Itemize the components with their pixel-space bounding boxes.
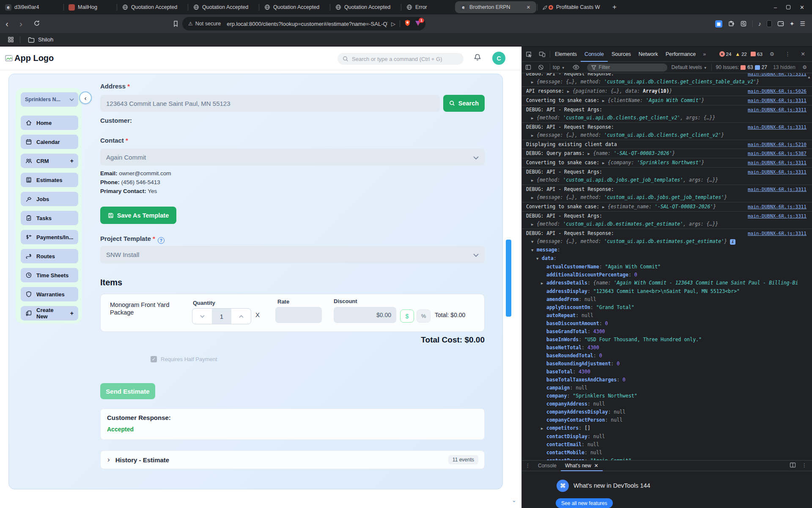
expand-toggle-icon[interactable]: ▶ [541, 425, 546, 432]
contact-select[interactable]: Again Commit [100, 149, 485, 166]
address-bar[interactable]: ⚠ Not secure erp.local:8000/clients?look… [182, 17, 425, 30]
sidebar-item-warranties[interactable]: Warranties [21, 287, 78, 301]
bookmark-folder[interactable]: Shiloh [28, 36, 53, 43]
sidebar-item-tasks[interactable]: Tasks [21, 211, 78, 225]
console-filter-input[interactable]: Filter [587, 64, 667, 72]
quantity-decrease-button[interactable] [192, 309, 212, 324]
discount-percent-button[interactable]: % [417, 309, 431, 323]
source-link[interactable]: main-DUBNX-6R.js:3311 [748, 73, 807, 77]
console-sidebar-icon[interactable] [522, 64, 535, 70]
expand-toggle-icon[interactable]: ▶ [531, 195, 537, 201]
quantity-value[interactable]: 1 [212, 309, 231, 324]
expand-toggle-icon[interactable]: ▶ [531, 115, 537, 121]
drawer-tab-console[interactable]: Console [534, 460, 561, 471]
wallet-icon[interactable] [777, 21, 784, 27]
expand-toggle-icon[interactable]: ▶ [587, 151, 593, 157]
device-toolbar-icon[interactable] [535, 51, 549, 58]
half-payment-checkbox[interactable]: ✓ [151, 356, 157, 362]
expand-toggle-icon[interactable]: ▼ [536, 256, 542, 262]
reload-button[interactable] [28, 15, 46, 32]
source-link[interactable]: main-DUBNX-6R.js:3311 [748, 213, 807, 219]
expand-toggle-icon[interactable]: ▶ [531, 133, 537, 139]
devtools-tab-network[interactable]: Network [635, 47, 662, 62]
close-devtools-icon[interactable]: ✕ [798, 51, 809, 57]
sidebar-item-estimates[interactable]: Estimates [21, 173, 78, 187]
expand-toggle-icon[interactable]: ▼ [531, 239, 537, 245]
source-link[interactable]: main-DUBNX-6R.js:3311 [748, 230, 807, 237]
help-icon[interactable]: ? [158, 237, 165, 244]
close-drawer-tab-icon[interactable]: ✕ [594, 463, 598, 469]
address-search-button[interactable]: Search [443, 95, 485, 112]
company-select[interactable]: Sprinklers N... [21, 92, 78, 107]
sidebar-toggle-icon[interactable] [767, 20, 772, 27]
discount-input[interactable]: $0.00 [334, 307, 396, 323]
forward-button[interactable]: › [14, 15, 28, 32]
settings-gear-icon[interactable]: ⚙ [766, 51, 778, 57]
expand-toggle-icon[interactable]: ▶ [602, 204, 608, 210]
drawer-more-icon[interactable]: ⋮ [802, 462, 807, 469]
sidebar-item-routes[interactable]: Routes [21, 249, 78, 263]
back-button[interactable]: ‹ [0, 15, 14, 32]
browser-tab[interactable]: Error [401, 0, 454, 14]
devtools-tab-console[interactable]: Console [581, 47, 608, 62]
save-as-template-button[interactable]: Save As Template [100, 207, 176, 224]
source-link[interactable]: main-DUBNX-6R.js:3311 [748, 204, 807, 210]
password-extension-icon[interactable]: ▣ [715, 20, 722, 28]
source-link[interactable]: main-DUBNX-6R.js:3311 [748, 186, 807, 193]
user-avatar[interactable]: C [492, 52, 505, 65]
source-link[interactable]: main-DUBNX-6R.js:3311 [748, 97, 807, 104]
expand-toggle-icon[interactable]: ▶ [602, 98, 608, 104]
minimize-button[interactable]: – [774, 4, 777, 11]
address-input[interactable]: 123643 Commit Lane Saint Paul, MN 55123 [100, 95, 440, 112]
history-section[interactable]: › History - Estimate 11 events [100, 450, 485, 469]
media-icon[interactable]: ♪ [758, 20, 761, 27]
error-count-badge[interactable]: ✕24 [719, 51, 732, 57]
sidebar-item-create-new[interactable]: Create New+ [21, 306, 78, 320]
sidebar-item-payments-in[interactable]: Payments/In... [21, 230, 78, 244]
brave-shield-icon[interactable] [404, 19, 411, 28]
quantity-increase-button[interactable] [231, 309, 251, 324]
app-logo[interactable]: App Logo [5, 53, 54, 63]
add-icon[interactable]: + [70, 157, 74, 164]
close-tab-icon[interactable]: ✕ [525, 4, 532, 11]
sidebar-item-jobs[interactable]: Jobs [21, 192, 78, 206]
browser-tab[interactable]: eBrotherton ERPN✕ [455, 1, 536, 13]
expand-toggle-icon[interactable]: ▶ [531, 221, 537, 228]
hidden-messages-label[interactable]: 13 hidden [773, 64, 796, 70]
expand-toggle-icon[interactable]: ▶ [541, 280, 546, 287]
browser-tab[interactable]: Quotation Accepted [117, 0, 188, 14]
rate-input[interactable] [275, 307, 322, 323]
sidebar-item-crm[interactable]: CRM+ [21, 154, 78, 168]
devtools-tab-sources[interactable]: Sources [608, 47, 635, 62]
notifications-bell-icon[interactable] [474, 53, 481, 63]
browser-tab[interactable]: Quotation Accepted [259, 0, 330, 14]
drawer-tab-whats-new[interactable]: What's new✕ [561, 460, 603, 471]
browser-tab[interactable]: ed3i9ei0ar4 [0, 0, 63, 14]
source-link[interactable]: main-DUBNX-6R.js:5210 [748, 141, 807, 148]
sidebar-item-calendar[interactable]: Calendar [21, 135, 78, 149]
url-text[interactable]: erp.local:8000/clients?lookup=customer#/… [227, 21, 388, 27]
bookmark-icon[interactable] [173, 20, 179, 27]
expand-toggle-icon[interactable]: ▶ [531, 177, 537, 184]
see-all-features-button[interactable]: See all new features [556, 498, 613, 508]
context-selector[interactable]: top▼ [553, 64, 565, 70]
command-search-input[interactable]: Search or type a command (Ctrl + G) [337, 53, 464, 65]
expand-toggle-icon[interactable]: ▶ [531, 79, 537, 86]
more-options-icon[interactable]: ⋮ [782, 51, 794, 57]
issues-counter[interactable]: 90 Issues: 63 27 [716, 64, 767, 70]
issues-count-badge[interactable]: 63 [751, 52, 763, 57]
live-expression-eye-icon[interactable] [569, 65, 583, 70]
chevron-right-icon[interactable]: › [107, 456, 110, 464]
share-icon[interactable]: ▷ [391, 21, 395, 27]
warning-count-badge[interactable]: ▲22 [735, 51, 747, 57]
discount-dollar-button[interactable]: $ [400, 309, 414, 323]
scroll-down-icon[interactable]: ⌄ [512, 497, 516, 503]
leo-ai-icon[interactable]: ✦ [790, 20, 795, 27]
expand-toggle-icon[interactable]: ▶ [567, 88, 573, 95]
close-window-button[interactable]: ✕ [800, 4, 804, 11]
sidebar-item-time-sheets[interactable]: Time Sheets [21, 268, 78, 282]
site-search-icon[interactable] [740, 20, 747, 27]
more-tabs-icon[interactable]: » [700, 51, 709, 57]
source-link[interactable]: main-DUBNX-6R.js:3311 [748, 107, 807, 113]
drawer-menu-icon[interactable]: ⋮ [522, 463, 534, 469]
